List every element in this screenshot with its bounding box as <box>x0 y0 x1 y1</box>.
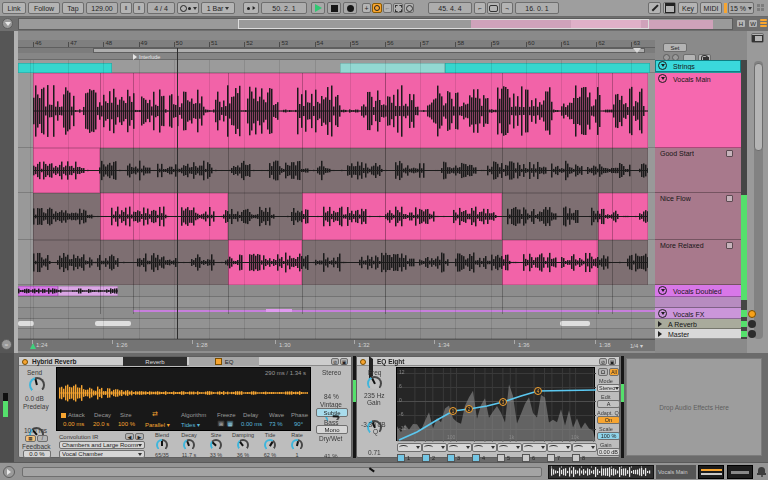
eq-adaptq-toggle[interactable]: On <box>597 416 620 424</box>
punch-out-button[interactable]: ¬ <box>501 2 513 14</box>
hr-attack-checkbox[interactable] <box>61 413 66 418</box>
group-fold-icon[interactable] <box>658 74 667 83</box>
nudge-down-button[interactable]: ‖ <box>120 2 132 14</box>
take-lane-button[interactable] <box>726 242 733 249</box>
hr-attack-value[interactable]: 0.00 ms <box>63 421 84 427</box>
nudge-up-button[interactable]: ‖ <box>133 2 145 14</box>
browser-toggle-button[interactable] <box>2 18 13 29</box>
eq-band-2[interactable]: 2 <box>422 443 446 459</box>
hr-knob-damping[interactable]: Damping36 % <box>230 432 256 459</box>
knob-dial[interactable] <box>291 439 303 451</box>
record-button[interactable] <box>343 2 357 14</box>
io-show-icon[interactable] <box>751 33 764 43</box>
hr-bass-menu[interactable]: Mono <box>316 425 348 434</box>
track-header-vocals-doubled[interactable]: Vocals Doubled <box>655 285 741 297</box>
scrollbar-handle[interactable] <box>754 63 763 151</box>
group-fold-icon[interactable] <box>658 61 667 70</box>
reenable-automation-button[interactable]: ← <box>383 3 392 13</box>
hr-routing-menu[interactable]: Parallel ▾ <box>145 421 170 428</box>
clip-thumbnail-2[interactable] <box>727 465 753 479</box>
hr-ir-file-menu[interactable]: Vocal Chamber <box>59 450 145 458</box>
knob-value[interactable]: 11.7 s <box>176 452 202 458</box>
band-filter-menu[interactable] <box>497 443 522 452</box>
eq-freq-value[interactable]: 235 Hz <box>364 392 385 399</box>
track-header-lane[interactable] <box>655 297 741 308</box>
follow-button[interactable]: Follow <box>28 2 60 14</box>
eq-all-button[interactable]: All <box>609 368 619 376</box>
band-enable-checkbox[interactable] <box>397 454 405 462</box>
hr-knob-blend[interactable]: Blend65/35 <box>149 432 175 459</box>
strings-clip[interactable] <box>18 63 112 73</box>
track-lane-master[interactable] <box>18 329 655 339</box>
group-fold-icon[interactable] <box>658 286 667 295</box>
capture-midi-button[interactable] <box>393 3 403 13</box>
eq-save-icon[interactable]: ▣ <box>608 358 616 365</box>
tempo-field[interactable]: 129.00 <box>86 2 118 14</box>
vocals-fx-clip[interactable] <box>266 309 292 312</box>
automation-arm-button[interactable] <box>372 3 382 13</box>
unfold-icon[interactable] <box>658 331 662 337</box>
play-button[interactable] <box>311 2 325 14</box>
locator-interlude[interactable]: Interlude <box>133 53 160 60</box>
band-filter-menu[interactable] <box>472 443 497 452</box>
hr-balance-icon[interactable]: ⊘ <box>331 358 339 365</box>
grid-value[interactable]: 1/4 ▾ <box>630 342 643 349</box>
arrangement-view[interactable]: 464748495051525354555657585960616263Inte… <box>18 31 655 353</box>
stop-button[interactable] <box>327 2 341 14</box>
metronome-button[interactable] <box>177 2 199 14</box>
arm-button-vocals-fx[interactable] <box>748 310 756 318</box>
session-record-button[interactable] <box>404 3 414 13</box>
band-filter-menu[interactable] <box>547 443 572 452</box>
take-lane-button[interactable] <box>726 150 733 157</box>
track-header-more-relaxed[interactable]: More Relaxed <box>655 240 741 285</box>
zoom-back-button[interactable]: ≈ <box>1 339 12 350</box>
eq-band-8[interactable]: 8 <box>572 443 596 459</box>
knob-dial[interactable] <box>237 439 249 451</box>
device-drop-zone[interactable]: Drop Audio Effects Here <box>626 358 762 456</box>
hr-knob-tide[interactable]: Tide62 % <box>257 432 283 459</box>
knob-dial[interactable] <box>183 439 195 451</box>
band-enable-checkbox[interactable] <box>522 454 530 462</box>
loop-length-field[interactable]: 16. 0. 1 <box>515 2 559 14</box>
track-lane-vd-lane[interactable] <box>18 297 655 308</box>
link-button[interactable]: Link <box>2 2 26 14</box>
set-locator-button[interactable]: Set <box>663 43 687 52</box>
hr-freeze-button[interactable]: ⊞ <box>217 420 225 427</box>
track-header-nice-flow[interactable]: Nice Flow <box>655 193 741 240</box>
hr-tab-reverb[interactable]: Reverb <box>123 357 187 366</box>
bar-ruler[interactable]: 464748495051525354555657585960616263 <box>18 40 655 48</box>
device-hybrid-reverb[interactable]: Hybrid Reverb ⊘ ▣ Reverb EQ Send 0.0 dB … <box>18 356 352 458</box>
band-enable-checkbox[interactable] <box>472 454 480 462</box>
eq-audition-button[interactable]: Ω <box>598 368 608 376</box>
hr-ir-prev-button[interactable]: ◀ <box>125 433 134 440</box>
knob-value[interactable]: 1 <box>284 452 310 458</box>
hr-power-led[interactable] <box>22 359 28 365</box>
hr-wave-value[interactable]: 73 % <box>269 421 283 427</box>
cpu-load-field[interactable]: 15 % <box>728 2 754 14</box>
eq-band-5[interactable]: 5 <box>497 443 521 459</box>
knob-value[interactable]: 62 % <box>257 452 283 458</box>
strings-clip[interactable] <box>445 63 650 73</box>
quantize-menu[interactable]: 1 Bar <box>201 2 235 14</box>
eq-output-gain-field[interactable]: 0.00 dB <box>597 448 620 456</box>
knob-value[interactable]: 33 % <box>203 452 229 458</box>
band-enable-checkbox[interactable] <box>447 454 455 462</box>
hr-freeze-flat-button[interactable]: ▦ <box>226 420 234 427</box>
band-filter-menu[interactable] <box>447 443 472 452</box>
hr-flat-button[interactable]: / <box>37 435 48 442</box>
computer-midi-keyboard-button[interactable] <box>663 2 676 14</box>
clip-overview-display[interactable] <box>548 465 654 479</box>
eq-power-led[interactable] <box>360 359 366 365</box>
eq-band-handle-1[interactable]: 1 <box>449 407 457 415</box>
tap-tempo-button[interactable]: Tap <box>62 2 84 14</box>
midi-map-button[interactable]: MIDI <box>700 2 722 14</box>
time-signature-field[interactable]: 4 / 4 <box>147 2 175 14</box>
eq-band-handle-4[interactable]: 4 <box>534 387 542 395</box>
track-header-a-reverb[interactable]: A Reverb <box>655 319 741 329</box>
eq-title-bar[interactable]: EQ Eight ⊘ ▣ <box>357 357 619 366</box>
vertical-scrollbar[interactable] <box>754 61 763 339</box>
eq-band-4[interactable]: 4 <box>472 443 496 459</box>
hr-send-knob[interactable] <box>29 377 45 393</box>
hr-algorithm-menu[interactable]: Tides ▾ <box>181 421 200 428</box>
hr-save-icon[interactable]: ▣ <box>340 358 348 365</box>
